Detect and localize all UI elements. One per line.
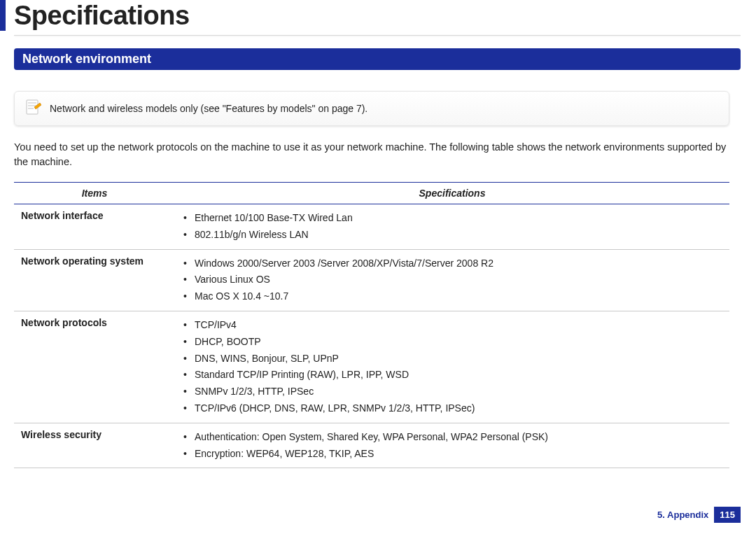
footer-page-number: 115 bbox=[714, 507, 741, 523]
table-row: Network protocols TCP/IPv4 DHCP, BOOTP D… bbox=[14, 311, 729, 423]
spec-cell: Windows 2000/Server 2003 /Server 2008/XP… bbox=[175, 249, 729, 311]
spec-cell: TCP/IPv4 DHCP, BOOTP DNS, WINS, Bonjour,… bbox=[175, 311, 729, 423]
list-item: Mac OS X 10.4 ~10.7 bbox=[182, 288, 722, 305]
note-text: Network and wireless models only (see "F… bbox=[50, 103, 368, 114]
list-item: DNS, WINS, Bonjour, SLP, UPnP bbox=[182, 351, 722, 367]
list-item: SNMPv 1/2/3, HTTP, IPSec bbox=[182, 384, 722, 400]
footer-chapter: 5. Appendix bbox=[657, 510, 708, 520]
list-item: Ethernet 10/100 Base-TX Wired Lan bbox=[182, 210, 722, 227]
title-underline bbox=[14, 35, 741, 36]
list-item: TCP/IPv4 bbox=[182, 317, 722, 334]
table-row: Network interface Ethernet 10/100 Base-T… bbox=[14, 204, 729, 250]
list-item: TCP/IPv6 (DHCP, DNS, RAW, LPR, SNMPv 1/2… bbox=[182, 400, 722, 417]
item-cell: Network protocols bbox=[14, 311, 175, 423]
spec-cell: Ethernet 10/100 Base-TX Wired Lan 802.11… bbox=[175, 204, 729, 250]
list-item: Authentication: Open System, Shared Key,… bbox=[182, 429, 722, 446]
table-header-row: Items Specifications bbox=[14, 183, 729, 204]
table-row: Wireless security Authentication: Open S… bbox=[14, 423, 729, 468]
note-box: Network and wireless models only (see "F… bbox=[14, 91, 729, 126]
title-wrap: Specifications bbox=[0, 0, 741, 31]
page: Specifications Network environment Netwo… bbox=[0, 0, 756, 534]
intro-text: You need to set up the network protocols… bbox=[14, 140, 729, 169]
list-item: Encryption: WEP64, WEP128, TKIP, AES bbox=[182, 446, 722, 463]
list-item: Windows 2000/Server 2003 /Server 2008/XP… bbox=[182, 255, 722, 272]
page-title: Specifications bbox=[14, 1, 190, 31]
section-heading: Network environment bbox=[14, 48, 741, 70]
list-item: Various Linux OS bbox=[182, 272, 722, 288]
footer: 5. Appendix 115 bbox=[657, 507, 741, 523]
col-specs: Specifications bbox=[175, 183, 729, 204]
spec-cell: Authentication: Open System, Shared Key,… bbox=[175, 423, 729, 468]
note-icon bbox=[24, 99, 41, 118]
list-item: 802.11b/g/n Wireless LAN bbox=[182, 227, 722, 244]
spec-table: Items Specifications Network interface E… bbox=[14, 182, 729, 468]
title-accent-bar bbox=[0, 0, 6, 31]
list-item: DHCP, BOOTP bbox=[182, 334, 722, 351]
item-cell: Wireless security bbox=[14, 423, 175, 468]
table-row: Network operating system Windows 2000/Se… bbox=[14, 249, 729, 311]
item-cell: Network operating system bbox=[14, 249, 175, 311]
col-items: Items bbox=[14, 183, 175, 204]
list-item: Standard TCP/IP Printing (RAW), LPR, IPP… bbox=[182, 367, 722, 384]
item-cell: Network interface bbox=[14, 204, 175, 250]
